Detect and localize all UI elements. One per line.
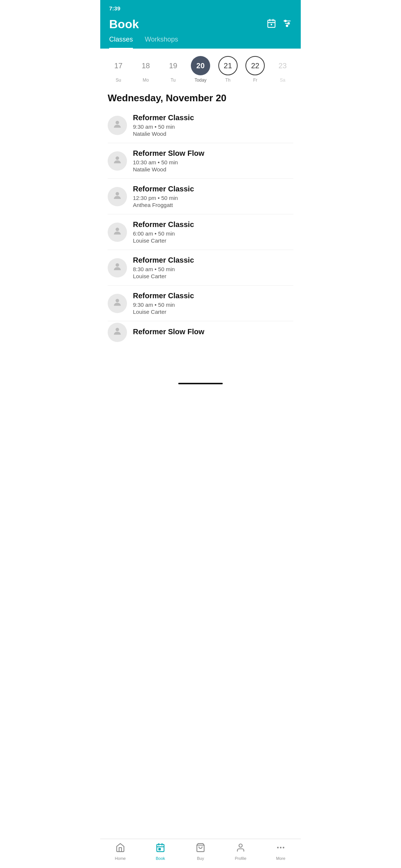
date-circle-17: 17: [109, 56, 128, 75]
status-time: 7:39: [109, 5, 120, 11]
class-info-1: Reformer Slow Flow 10:30 am • 50 min Nat…: [133, 149, 293, 172]
avatar-5: [108, 294, 127, 313]
svg-point-10: [286, 25, 288, 26]
home-indicator: [178, 383, 223, 384]
date-circle-20: 20: [191, 56, 210, 75]
svg-point-4: [271, 24, 272, 25]
avatar-3: [108, 223, 127, 242]
person-icon-6: [112, 326, 123, 339]
status-bar: 7:39: [100, 0, 301, 14]
date-day-22: Fr: [253, 78, 257, 83]
avatar-2: [108, 187, 127, 206]
page-title: Book: [109, 17, 139, 31]
class-item-0[interactable]: Reformer Classic 9:30 am • 50 min Natali…: [100, 108, 301, 143]
tab-classes[interactable]: Classes: [109, 36, 133, 49]
avatar-0: [108, 116, 127, 135]
avatar-1: [108, 151, 127, 171]
class-name-5: Reformer Classic: [133, 292, 293, 300]
class-name-3: Reformer Classic: [133, 220, 293, 229]
date-selector: 17 Su 18 Mo 19 Tu 20 Today 21 Th 22 Fr 2…: [100, 49, 301, 86]
person-icon-0: [112, 119, 123, 132]
class-time-5: 9:30 am • 50 min: [133, 302, 293, 308]
class-list: Reformer Classic 9:30 am • 50 min Natali…: [100, 108, 301, 343]
class-name-2: Reformer Classic: [133, 185, 293, 193]
class-instructor-5: Louise Carter: [133, 309, 293, 315]
date-circle-23: 23: [273, 56, 292, 75]
date-item-22[interactable]: 22 Fr: [245, 56, 265, 83]
date-item-19[interactable]: 19 Tu: [163, 56, 183, 83]
date-day-17: Su: [116, 78, 121, 83]
class-time-4: 8:30 am • 50 min: [133, 266, 293, 272]
person-icon-4: [112, 262, 123, 274]
person-icon-2: [112, 190, 123, 203]
date-day-18: Mo: [143, 78, 149, 83]
date-circle-21: 21: [218, 56, 238, 75]
class-name-6: Reformer Slow Flow: [133, 328, 293, 336]
class-info-2: Reformer Classic 12:30 pm • 50 min Anthe…: [133, 185, 293, 208]
tab-bar: Classes Workshops: [100, 31, 301, 49]
date-item-21[interactable]: 21 Th: [218, 56, 238, 83]
date-circle-18: 18: [136, 56, 156, 75]
class-time-2: 12:30 pm • 50 min: [133, 195, 293, 201]
class-item-1[interactable]: Reformer Slow Flow 10:30 am • 50 min Nat…: [100, 143, 301, 178]
class-instructor-3: Louise Carter: [133, 237, 293, 244]
date-item-17[interactable]: 17 Su: [109, 56, 128, 83]
class-name-0: Reformer Classic: [133, 114, 293, 122]
class-item-6[interactable]: Reformer Slow Flow: [100, 321, 301, 343]
date-circle-19: 19: [163, 56, 183, 75]
date-item-20[interactable]: 20 Today: [191, 56, 210, 83]
avatar-6: [108, 323, 127, 342]
filter-icon[interactable]: [282, 19, 292, 30]
date-circle-22: 22: [245, 56, 265, 75]
svg-point-13: [115, 192, 119, 195]
class-item-3[interactable]: Reformer Classic 6:00 am • 50 min Louise…: [100, 214, 301, 250]
date-day-20: Today: [195, 78, 206, 83]
date-item-18[interactable]: 18 Mo: [136, 56, 156, 83]
person-icon-1: [112, 155, 123, 167]
class-item-4[interactable]: Reformer Classic 8:30 am • 50 min Louise…: [100, 250, 301, 285]
class-time-3: 6:00 am • 50 min: [133, 230, 293, 237]
date-day-21: Th: [225, 78, 231, 83]
svg-point-15: [115, 263, 119, 266]
svg-point-14: [115, 227, 119, 231]
calendar-icon[interactable]: [267, 19, 276, 30]
header-actions: [267, 19, 292, 30]
class-instructor-1: Natalie Wood: [133, 166, 293, 172]
class-item-5[interactable]: Reformer Classic 9:30 am • 50 min Louise…: [100, 286, 301, 321]
class-time-0: 9:30 am • 50 min: [133, 124, 293, 130]
svg-point-17: [115, 328, 119, 331]
svg-point-12: [115, 156, 119, 160]
avatar-4: [108, 258, 127, 277]
class-name-4: Reformer Classic: [133, 256, 293, 264]
svg-point-9: [288, 22, 289, 24]
header: Book: [100, 14, 301, 31]
class-info-0: Reformer Classic 9:30 am • 50 min Natali…: [133, 114, 293, 137]
class-info-6: Reformer Slow Flow: [133, 328, 293, 338]
svg-point-16: [115, 299, 119, 302]
svg-point-11: [115, 121, 119, 124]
date-day-23: Sa: [280, 78, 286, 83]
class-instructor-0: Natalie Wood: [133, 131, 293, 137]
class-time-1: 10:30 am • 50 min: [133, 159, 293, 165]
tab-workshops[interactable]: Workshops: [145, 36, 178, 49]
section-heading: Wednesday, November 20: [100, 86, 301, 108]
person-icon-5: [112, 297, 123, 310]
date-day-19: Tu: [170, 78, 176, 83]
class-info-4: Reformer Classic 8:30 am • 50 min Louise…: [133, 256, 293, 279]
person-icon-3: [112, 226, 123, 239]
class-instructor-2: Anthea Froggatt: [133, 202, 293, 208]
class-instructor-4: Louise Carter: [133, 273, 293, 279]
class-info-5: Reformer Classic 9:30 am • 50 min Louise…: [133, 292, 293, 315]
date-item-23[interactable]: 23 Sa: [273, 56, 292, 83]
svg-point-8: [285, 20, 286, 22]
class-item-2[interactable]: Reformer Classic 12:30 pm • 50 min Anthe…: [100, 179, 301, 214]
class-name-1: Reformer Slow Flow: [133, 149, 293, 158]
class-info-3: Reformer Classic 6:00 am • 50 min Louise…: [133, 220, 293, 244]
